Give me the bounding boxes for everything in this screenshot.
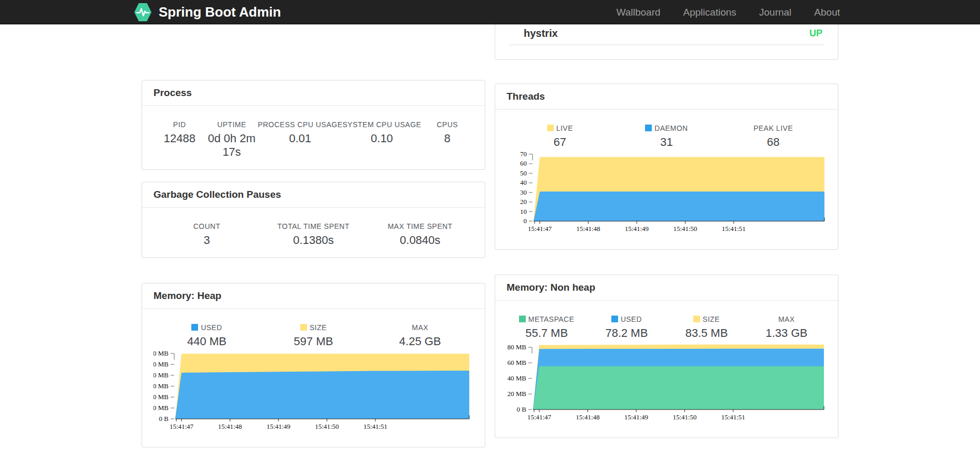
stat-value: 8: [421, 132, 473, 145]
memory-heap-card: Memory: Heap USED440 MBSIZE597 MBMAX4.25…: [142, 283, 485, 447]
card-title-nonheap: Memory: Non heap: [495, 275, 838, 301]
heap-chart: 0 B100 MB200 MB300 MB400 MB500 MB600 MB1…: [153, 350, 473, 432]
stat-label: MAX TIME SPENT: [367, 222, 473, 230]
svg-text:20 MB: 20 MB: [508, 390, 527, 398]
stat-value: 440 MB: [153, 335, 260, 348]
svg-text:30: 30: [520, 188, 527, 196]
stat-value: 4.25 GB: [367, 335, 473, 348]
stat-label: COUNT: [153, 222, 260, 230]
stat-label: UPTIME: [206, 120, 258, 129]
stat-max-time-spent: MAX TIME SPENT0.0840s: [367, 222, 473, 247]
legend-swatch-icon: [547, 125, 554, 131]
stat-value: 68: [720, 135, 827, 149]
navbar: Spring Boot Admin WallboardApplicationsJ…: [0, 0, 980, 24]
stat-value: 1.33 GB: [747, 326, 827, 340]
application-status-badge: UP: [809, 28, 822, 39]
brand-link[interactable]: Spring Boot Admin: [133, 0, 281, 24]
svg-text:0: 0: [524, 217, 527, 225]
stat-label: METASPACE: [507, 315, 586, 323]
stat-value: 0.10: [342, 132, 421, 145]
stat-value: 31: [613, 135, 720, 149]
svg-text:15:41:49: 15:41:49: [625, 225, 649, 233]
stat-total-time-spent: TOTAL TIME SPENT0.1380s: [260, 222, 367, 247]
svg-text:15:41:50: 15:41:50: [673, 413, 696, 421]
stat-label: TOTAL TIME SPENT: [260, 222, 367, 230]
stat-value: 78.2 MB: [586, 326, 666, 340]
nonheap-stats: METASPACE55.7 MBUSED78.2 MBSIZE83.5 MBMA…: [507, 315, 827, 340]
process-card: Process PID12488UPTIME0d 0h 2m 17sPROCES…: [142, 80, 485, 170]
stat-value: 0d 0h 2m 17s: [206, 132, 258, 159]
stat-label: PROCESS CPU USAGE: [258, 120, 342, 129]
stat-value: 83.5 MB: [667, 326, 747, 340]
svg-text:15:41:47: 15:41:47: [527, 413, 552, 421]
stat-pid: PID12488: [153, 120, 206, 159]
svg-text:40 MB: 40 MB: [508, 374, 527, 382]
svg-text:20: 20: [520, 198, 527, 206]
stat-count: COUNT3: [153, 222, 260, 247]
svg-text:600 MB: 600 MB: [153, 350, 169, 357]
svg-text:15:41:48: 15:41:48: [218, 423, 242, 430]
spring-boot-admin-logo-icon: [133, 2, 153, 22]
svg-text:15:41:49: 15:41:49: [267, 423, 290, 430]
stat-label: MAX: [747, 315, 827, 323]
stat-max: MAX4.25 GB: [367, 323, 473, 348]
svg-text:300 MB: 300 MB: [153, 382, 169, 390]
stat-system-cpu-usage: SYSTEM CPU USAGE0.10: [342, 120, 421, 159]
stat-used: USED440 MB: [153, 323, 260, 348]
right-column: hystrix UP Threads LIVE67DAEMON31PEAK LI…: [495, 24, 838, 438]
dashboard-content: Process PID12488UPTIME0d 0h 2m 17sPROCES…: [142, 24, 838, 447]
card-title-threads: Threads: [495, 84, 838, 110]
card-title-process: Process: [142, 80, 485, 106]
svg-text:15:41:50: 15:41:50: [673, 225, 697, 233]
svg-text:400 MB: 400 MB: [153, 371, 169, 379]
svg-text:80 MB: 80 MB: [508, 343, 527, 351]
nav-item-wallboard[interactable]: Wallboard: [617, 7, 661, 18]
stat-uptime: UPTIME0d 0h 2m 17s: [206, 120, 258, 159]
nav-item-applications[interactable]: Applications: [683, 7, 736, 18]
legend-swatch-icon: [693, 316, 700, 322]
stat-cpus: CPUS8: [421, 120, 473, 159]
stat-max: MAX1.33 GB: [747, 315, 827, 340]
stat-label: LIVE: [507, 124, 613, 132]
threads-chart: 01020304050607015:41:4715:41:4815:41:491…: [507, 151, 827, 235]
gc-pauses-card: Garbage Collection Pauses COUNT3TOTAL TI…: [142, 182, 485, 258]
threads-card: Threads LIVE67DAEMON31PEAK LIVE68 010203…: [495, 84, 838, 250]
stat-value: 55.7 MB: [507, 326, 586, 340]
stat-label: SIZE: [260, 323, 367, 332]
svg-text:15:41:48: 15:41:48: [576, 225, 600, 233]
gc-stats: COUNT3TOTAL TIME SPENT0.1380sMAX TIME SP…: [153, 222, 473, 247]
nav-links: WallboardApplicationsJournalAbout: [617, 0, 840, 24]
legend-swatch-icon: [645, 125, 652, 131]
stat-label: PEAK LIVE: [720, 124, 827, 132]
svg-text:0 B: 0 B: [517, 405, 527, 413]
brand-title: Spring Boot Admin: [159, 4, 281, 20]
stat-value: 0.01: [258, 132, 342, 145]
stat-label: PID: [153, 120, 206, 129]
application-row[interactable]: hystrix UP: [495, 28, 838, 39]
svg-text:500 MB: 500 MB: [153, 360, 169, 368]
stat-value: 0.0840s: [367, 234, 473, 247]
svg-text:15:41:49: 15:41:49: [624, 413, 648, 421]
legend-swatch-icon: [519, 316, 526, 322]
stat-value: 3: [153, 234, 260, 247]
threads-stats: LIVE67DAEMON31PEAK LIVE68: [507, 124, 827, 149]
memory-nonheap-card: Memory: Non heap METASPACE55.7 MBUSED78.…: [495, 275, 838, 438]
process-stats: PID12488UPTIME0d 0h 2m 17sPROCESS CPU US…: [153, 120, 473, 159]
stat-label: DAEMON: [613, 124, 720, 132]
svg-text:200 MB: 200 MB: [153, 393, 169, 401]
svg-text:70: 70: [520, 151, 527, 158]
svg-text:60 MB: 60 MB: [508, 359, 527, 366]
nonheap-chart: 0 B20 MB40 MB60 MB80 MB15:41:4715:41:481…: [507, 342, 827, 423]
card-title-heap: Memory: Heap: [142, 283, 485, 309]
stat-value: 597 MB: [260, 335, 367, 348]
left-column: Process PID12488UPTIME0d 0h 2m 17sPROCES…: [142, 24, 485, 447]
nav-item-journal[interactable]: Journal: [759, 7, 791, 18]
stat-label: CPUS: [421, 120, 473, 129]
nav-item-about[interactable]: About: [814, 7, 840, 18]
svg-text:50: 50: [520, 169, 527, 177]
svg-text:15:41:47: 15:41:47: [170, 423, 194, 430]
svg-text:100 MB: 100 MB: [153, 404, 169, 412]
svg-text:60: 60: [520, 159, 527, 167]
stat-process-cpu-usage: PROCESS CPU USAGE0.01: [258, 120, 342, 159]
svg-text:15:41:51: 15:41:51: [363, 423, 387, 430]
